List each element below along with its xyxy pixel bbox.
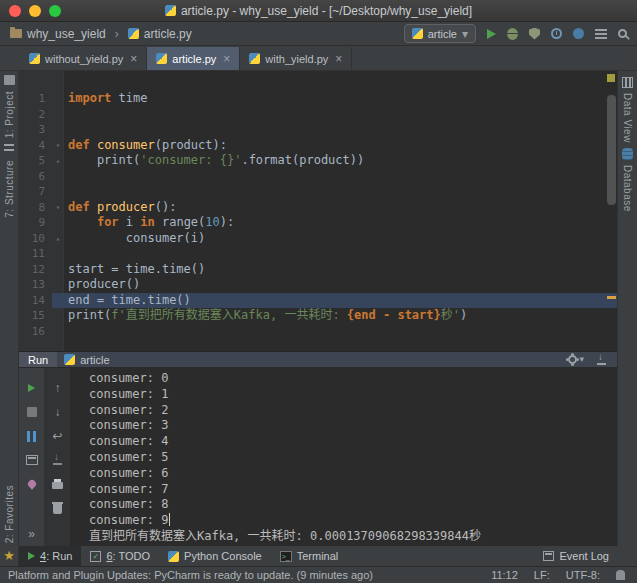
sidebar-item-data-view[interactable]: Data View <box>622 93 633 143</box>
text-caret <box>169 513 170 526</box>
breadcrumb-file[interactable]: article.py <box>144 27 192 41</box>
code-line[interactable]: 3 <box>19 122 617 138</box>
minimize-window-button[interactable] <box>29 5 41 17</box>
show-more-icons-button[interactable]: » <box>28 528 35 540</box>
profiler-button[interactable] <box>551 28 562 39</box>
console-line: consumer: 4 <box>89 434 617 450</box>
code-line[interactable]: 5▴ print('consumer: {}'.format(product)) <box>19 153 617 169</box>
search-everywhere-button[interactable] <box>618 29 627 38</box>
code-line[interactable]: 12start = time.time() <box>19 262 617 278</box>
terminal-icon: >_ <box>280 551 292 562</box>
line-separator[interactable]: LF: <box>534 569 550 581</box>
fold-marker-icon[interactable]: ▴ <box>52 153 64 169</box>
hide-panel-button[interactable] <box>596 355 607 365</box>
code-text <box>64 246 617 262</box>
code-text: print(f'直到把所有数据塞入Kafka, 一共耗时: {end - sta… <box>64 308 617 324</box>
scroll-to-end-button[interactable] <box>52 455 63 465</box>
toolwindow-todo-button[interactable]: ✓ 6: TODO <box>81 546 159 566</box>
attach-process-button[interactable] <box>573 28 584 39</box>
editor-tab-article[interactable]: article.py × <box>147 47 240 70</box>
code-line[interactable]: 6 <box>19 169 617 185</box>
line-number: 8 <box>19 200 52 216</box>
inspections-indicator[interactable] <box>607 74 615 82</box>
traffic-lights <box>9 5 61 17</box>
up-stack-trace-button[interactable]: ↑ <box>55 382 61 394</box>
sidebar-item-structure[interactable]: 7: Structure <box>4 160 15 218</box>
fold-marker-icon <box>52 215 64 231</box>
editor[interactable]: 1import time234▾def consumer(product):5▴… <box>19 71 617 351</box>
favorites-star-icon[interactable]: ★ <box>3 549 15 562</box>
code-line[interactable]: 8▾def producer(): <box>19 200 617 216</box>
code-line[interactable]: 10▴ consumer(i) <box>19 231 617 247</box>
run-settings-button[interactable]: ▾ <box>568 355 584 364</box>
run-button[interactable] <box>487 29 496 39</box>
run-tab[interactable]: Run <box>19 352 57 367</box>
editor-code-lines: 1import time234▾def consumer(product):5▴… <box>19 71 617 339</box>
chevron-down-icon: ▾ <box>579 355 584 364</box>
editor-tab-with-yield[interactable]: with_yield.py × <box>240 47 352 70</box>
main-toolbar: why_use_yield › article.py article ▾ <box>0 22 637 46</box>
close-tab-icon[interactable]: × <box>223 52 230 66</box>
close-tab-icon[interactable]: × <box>130 52 137 66</box>
code-line[interactable]: 13producer() <box>19 277 617 293</box>
line-number: 14 <box>19 293 52 309</box>
python-file-icon <box>128 28 139 39</box>
file-encoding[interactable]: UTF-8: <box>566 569 600 581</box>
code-line[interactable]: 4▾def consumer(product): <box>19 138 617 154</box>
data-view-icon <box>622 77 633 88</box>
pin-tab-button[interactable] <box>26 478 37 489</box>
editor-scrollbar-thumb[interactable] <box>607 95 616 205</box>
caret-position[interactable]: 11:12 <box>491 569 518 581</box>
coverage-button[interactable] <box>529 28 540 40</box>
restore-layout-button[interactable] <box>26 455 38 465</box>
fold-marker-icon[interactable]: ▾ <box>52 138 64 154</box>
run-configuration-select[interactable]: article ▾ <box>404 24 476 43</box>
code-line[interactable]: 1import time <box>19 91 617 107</box>
stop-button[interactable] <box>27 407 37 417</box>
highlighting-level-icon[interactable] <box>616 570 625 580</box>
code-line[interactable]: 9 for i in range(10): <box>19 215 617 231</box>
code-line[interactable]: 2 <box>19 107 617 123</box>
close-window-button[interactable] <box>9 5 21 17</box>
toolwindow-run-button[interactable]: 4: Run <box>19 546 81 566</box>
console-line: consumer: 7 <box>89 482 617 498</box>
left-toolwindow-strip: 1: Project 7: Structure 2: Favorites ★ <box>0 71 19 566</box>
toolwindow-python-console-button[interactable]: Python Console <box>159 546 271 566</box>
python-file-icon <box>412 28 423 39</box>
code-line[interactable]: 14end = time.time() <box>19 293 617 309</box>
database-icon <box>622 148 633 160</box>
fold-marker-icon <box>52 91 64 107</box>
fold-marker-icon[interactable]: ▾ <box>52 200 64 216</box>
code-line[interactable]: 11 <box>19 246 617 262</box>
pause-output-button[interactable] <box>27 431 36 442</box>
sidebar-item-favorites[interactable]: 2: Favorites <box>4 485 15 543</box>
line-number: 1 <box>19 91 52 107</box>
sidebar-item-project[interactable]: 1: Project <box>4 91 15 138</box>
event-log-button[interactable]: Event Log <box>543 550 617 562</box>
print-button[interactable] <box>52 482 63 489</box>
console-output[interactable]: consumer: 0consumer: 1consumer: 2consume… <box>71 368 617 546</box>
error-stripe-mark[interactable] <box>607 296 616 299</box>
pycharm-window: article.py - why_use_yield - [~/Desktop/… <box>0 0 637 583</box>
rerun-button[interactable] <box>28 384 35 392</box>
editor-tab-without-yield[interactable]: without_yield.py × <box>20 47 147 70</box>
fold-marker-icon <box>52 277 64 293</box>
clear-console-button[interactable] <box>53 504 62 514</box>
chevron-right-icon: › <box>115 27 119 41</box>
code-text <box>64 122 617 138</box>
status-message[interactable]: Platform and Plugin Updates: PyCharm is … <box>8 569 373 581</box>
code-line[interactable]: 7 <box>19 184 617 200</box>
code-line[interactable]: 16 <box>19 324 617 340</box>
sidebar-item-database[interactable]: Database <box>622 165 633 212</box>
breadcrumb-project[interactable]: why_use_yield <box>27 27 106 41</box>
zoom-window-button[interactable] <box>49 5 61 17</box>
close-tab-icon[interactable]: × <box>335 52 342 66</box>
fold-marker-icon[interactable]: ▴ <box>52 231 64 247</box>
debug-button[interactable] <box>507 28 518 40</box>
down-stack-trace-button[interactable]: ↓ <box>55 406 61 418</box>
code-line[interactable]: 15print(f'直到把所有数据塞入Kafka, 一共耗时: {end - s… <box>19 308 617 324</box>
view-options-button[interactable] <box>595 29 607 39</box>
soft-wrap-button[interactable]: ↩ <box>52 430 62 442</box>
project-icon <box>4 75 15 85</box>
toolwindow-terminal-button[interactable]: >_ Terminal <box>271 546 348 566</box>
